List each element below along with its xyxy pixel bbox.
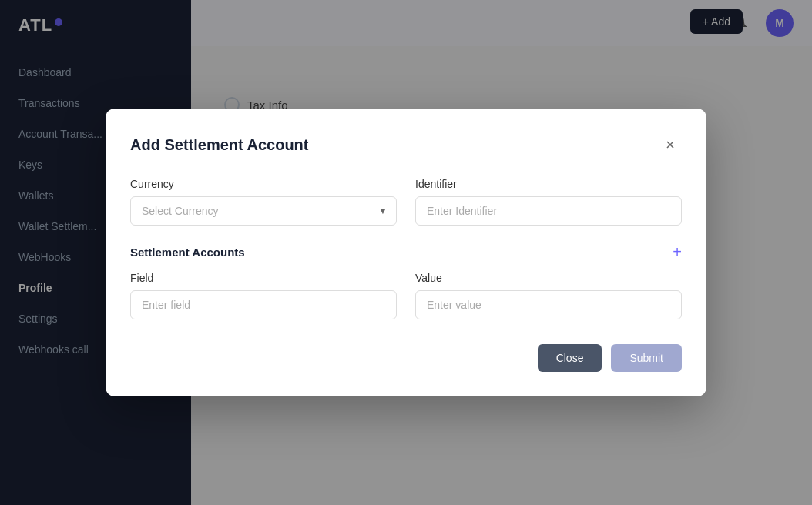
currency-select-wrapper: Select Currency ▼ bbox=[130, 196, 397, 226]
identifier-group: Identifier bbox=[415, 178, 682, 226]
currency-group: Currency Select Currency ▼ bbox=[130, 178, 397, 226]
modal-title: Add Settlement Account bbox=[130, 136, 309, 154]
currency-label: Currency bbox=[130, 178, 397, 190]
value-label: Value bbox=[415, 272, 682, 284]
value-group: Value bbox=[415, 272, 682, 319]
currency-select[interactable]: Select Currency bbox=[130, 196, 397, 226]
add-settlement-field-button[interactable]: + bbox=[673, 244, 682, 259]
add-settlement-account-modal: Add Settlement Account Currency Select C… bbox=[106, 109, 706, 396]
currency-identifier-row: Currency Select Currency ▼ Identifier bbox=[130, 178, 682, 226]
settlement-accounts-section-header: Settlement Accounts + bbox=[130, 244, 682, 259]
field-input[interactable] bbox=[130, 290, 397, 319]
field-value-row: Field Value bbox=[130, 272, 682, 319]
settlement-accounts-section-title: Settlement Accounts bbox=[130, 246, 245, 259]
submit-button[interactable]: Submit bbox=[611, 344, 682, 372]
identifier-input[interactable] bbox=[415, 196, 682, 226]
modal-close-button[interactable] bbox=[659, 133, 682, 156]
identifier-label: Identifier bbox=[415, 178, 682, 190]
close-button[interactable]: Close bbox=[538, 344, 602, 372]
modal-footer: Close Submit bbox=[130, 344, 682, 372]
value-input[interactable] bbox=[415, 290, 682, 319]
field-group: Field bbox=[130, 272, 397, 319]
modal-header: Add Settlement Account bbox=[130, 133, 682, 156]
field-label: Field bbox=[130, 272, 397, 284]
